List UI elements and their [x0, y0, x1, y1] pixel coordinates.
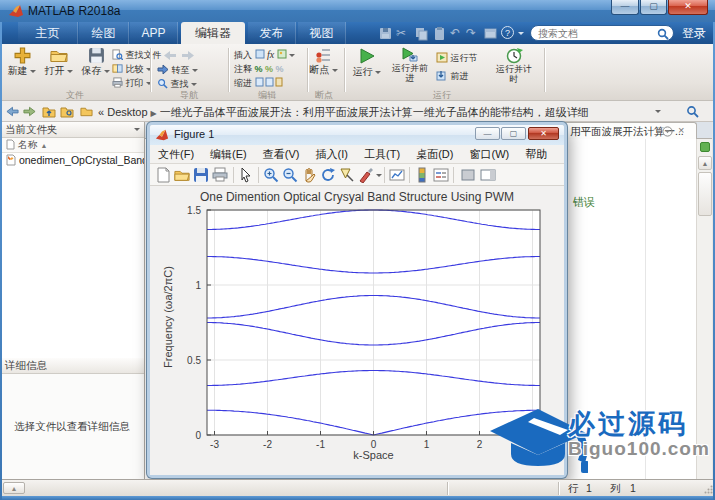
address-search-icon[interactable]: [686, 105, 699, 118]
run-advance-button[interactable]: 运行并前进: [388, 46, 432, 88]
scrollbar-up-icon[interactable]: ▲: [698, 156, 712, 170]
insert-legend-icon[interactable]: [433, 167, 449, 183]
scrollbar-thumb[interactable]: [698, 172, 712, 216]
name-column-header[interactable]: 名称 ▲: [0, 138, 144, 153]
breadcrumb-root[interactable]: Desktop: [107, 106, 147, 118]
figure-maximize-button[interactable]: ▢: [501, 127, 526, 140]
hide-plot-tools-icon[interactable]: [460, 167, 476, 183]
window-title: MATLAB R2018a: [28, 4, 121, 18]
new-button[interactable]: 新建: [4, 46, 40, 88]
quick-copy-icon[interactable]: [414, 26, 429, 41]
tab-editor[interactable]: 编辑器: [181, 22, 245, 44]
up-folder-icon[interactable]: [42, 105, 56, 118]
quick-undo-icon[interactable]: ↶: [450, 26, 465, 41]
tab-view[interactable]: 视图: [298, 22, 346, 44]
band-structure-plot[interactable]: -3-2-1012300.511.5: [150, 186, 562, 473]
insert-colorbar-icon[interactable]: [414, 167, 430, 183]
find-files-icon: [112, 49, 123, 60]
quick-help-icon[interactable]: ?: [501, 26, 514, 39]
save-floppy-icon: [88, 47, 105, 64]
quick-switch-window-icon[interactable]: [483, 26, 498, 41]
editor-scrollbar[interactable]: ▲: [696, 139, 712, 479]
breadcrumb-collapse[interactable]: «: [98, 106, 104, 118]
breadcrumb-path[interactable]: 一维光子晶体平面波展开法：利用平面波展开法计算一维光子晶体的能带结构，超级详细: [160, 106, 589, 118]
breadcrumb-dropdown-icon[interactable]: [655, 110, 661, 113]
insert-button[interactable]: 插入 fx: [234, 49, 295, 62]
compare-button[interactable]: 比较: [112, 63, 152, 76]
quick-paste-icon[interactable]: [432, 26, 447, 41]
run-button[interactable]: 运行: [350, 46, 384, 88]
file-list-item[interactable]: onedimen_OpCrystal_Band: [0, 153, 144, 168]
zoom-out-icon[interactable]: [282, 167, 298, 183]
panel-menu-icon[interactable]: [134, 128, 140, 131]
save-figure-icon[interactable]: [193, 167, 209, 183]
status-row-label: 行: [568, 482, 579, 496]
tab-apps[interactable]: APP: [130, 22, 178, 44]
doc-search-input[interactable]: [538, 27, 656, 39]
menu-insert[interactable]: 插入(I): [316, 148, 348, 160]
menu-edit[interactable]: 编辑(E): [210, 148, 247, 160]
run-time-button[interactable]: 运行并计时: [494, 46, 534, 88]
print-figure-icon[interactable]: [212, 167, 228, 183]
close-button[interactable]: ✕: [668, 0, 708, 15]
current-folder-header[interactable]: 当前文件夹: [0, 122, 144, 138]
quick-redo-icon[interactable]: ↷: [466, 26, 481, 41]
editor-tab-menu-icon[interactable]: [662, 126, 673, 137]
forward-arrow-icon[interactable]: [181, 50, 195, 61]
quick-cut-icon[interactable]: ✂: [396, 26, 411, 41]
figure-minimize-button[interactable]: —: [475, 127, 500, 140]
details-panel: 详细信息 选择文件以查看详细信息: [0, 358, 145, 479]
comment-button[interactable]: 注释 % % %: [234, 63, 284, 76]
details-header[interactable]: 详细信息: [0, 358, 144, 374]
save-button[interactable]: 保存: [78, 46, 114, 88]
resize-grip[interactable]: [704, 485, 713, 494]
tab-plots[interactable]: 绘图: [79, 22, 129, 44]
back-arrow-icon[interactable]: [163, 50, 177, 61]
address-bar: « Desktop ▶ 一维光子晶体平面波展开法：利用平面波展开法计算一维光子晶…: [0, 101, 715, 122]
figure-title-bar[interactable]: Figure 1 — ▢ ✕: [150, 125, 564, 145]
compare-icon: [112, 63, 123, 74]
login-button[interactable]: 登录: [682, 25, 706, 42]
nav-back-icon[interactable]: [6, 106, 19, 117]
tab-home[interactable]: 主页: [18, 22, 78, 44]
nav-forward-icon[interactable]: [23, 106, 36, 117]
menu-window[interactable]: 窗口(W): [469, 148, 509, 160]
search-icon[interactable]: [657, 28, 669, 40]
new-figure-icon[interactable]: [155, 167, 171, 183]
new-plus-icon: [14, 47, 31, 64]
breadcrumb[interactable]: « Desktop ▶ 一维光子晶体平面波展开法：利用平面波展开法计算一维光子晶…: [98, 105, 646, 120]
edit-plot-arrow-icon[interactable]: [238, 167, 254, 183]
rotate-3d-icon[interactable]: [320, 167, 336, 183]
open-button[interactable]: 打开: [41, 46, 77, 88]
editor-column-marker: [645, 139, 646, 479]
menu-file[interactable]: 文件(F): [158, 148, 194, 160]
status-toggle-button[interactable]: ▴: [3, 482, 25, 494]
code-analyzer-indicator[interactable]: [700, 142, 710, 152]
data-cursor-icon[interactable]: [339, 167, 355, 183]
quick-save-icon[interactable]: [378, 26, 393, 41]
maximize-button[interactable]: ▢: [640, 0, 667, 15]
zoom-in-icon[interactable]: [263, 167, 279, 183]
find-files-button[interactable]: 查找文件: [112, 49, 162, 62]
run-section-button[interactable]: 运行节: [436, 52, 478, 65]
tab-publish[interactable]: 发布: [248, 22, 296, 44]
brush-icon[interactable]: [358, 167, 374, 183]
breakpoints-button[interactable]: 断点: [308, 46, 340, 88]
menu-desktop[interactable]: 桌面(D): [416, 148, 453, 160]
menu-tools[interactable]: 工具(T): [364, 148, 400, 160]
open-file-icon[interactable]: [174, 167, 190, 183]
advance-button[interactable]: 前进: [436, 70, 469, 83]
crumb-folder-icon: [80, 106, 93, 117]
editor-tab-close-icon[interactable]: ×: [678, 124, 684, 136]
menu-view[interactable]: 查看(V): [263, 148, 300, 160]
pan-hand-icon[interactable]: [301, 167, 317, 183]
quick-access-dropdown-icon[interactable]: [518, 32, 524, 35]
link-plot-icon[interactable]: [389, 167, 405, 183]
show-plot-tools-icon[interactable]: [480, 167, 496, 183]
print-button[interactable]: 打印: [112, 77, 152, 90]
brush-dropdown-icon[interactable]: [376, 174, 382, 177]
goto-button[interactable]: 转至: [157, 64, 198, 77]
figure-close-button[interactable]: ✕: [528, 127, 559, 140]
browse-folder-icon[interactable]: [60, 105, 74, 118]
minimize-button[interactable]: —: [611, 0, 639, 15]
